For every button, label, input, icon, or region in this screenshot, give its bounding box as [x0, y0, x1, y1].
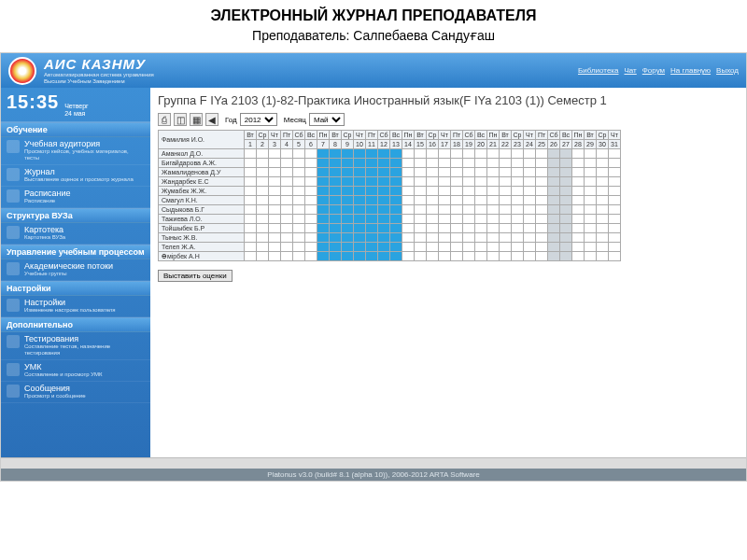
grade-cell[interactable]	[245, 215, 257, 224]
year-select[interactable]: 2012	[240, 113, 277, 126]
sidebar-item[interactable]: СообщенияПросмотр и сообщение	[1, 382, 150, 403]
header-link[interactable]: Форум	[642, 66, 665, 75]
grade-cell[interactable]	[597, 243, 609, 252]
grade-cell[interactable]	[354, 149, 366, 159]
grade-cell[interactable]	[269, 196, 281, 205]
grade-cell[interactable]	[415, 215, 427, 224]
grade-cell[interactable]	[390, 168, 402, 177]
grade-cell[interactable]	[487, 205, 500, 215]
grade-cell[interactable]	[402, 177, 415, 187]
grade-cell[interactable]	[427, 215, 439, 224]
grade-cell[interactable]	[439, 187, 451, 196]
grade-cell[interactable]	[572, 215, 585, 224]
grade-cell[interactable]	[330, 243, 342, 252]
grade-cell[interactable]	[475, 215, 487, 224]
grade-cell[interactable]	[597, 215, 609, 224]
grade-cell[interactable]	[245, 177, 257, 187]
grade-cell[interactable]	[451, 252, 463, 261]
grade-cell[interactable]	[305, 177, 317, 187]
grade-cell[interactable]	[500, 205, 512, 215]
grade-cell[interactable]	[500, 252, 512, 261]
sidebar-item[interactable]: НастройкиИзменение настроек пользователя	[1, 296, 150, 317]
grade-cell[interactable]	[257, 224, 269, 233]
grade-cell[interactable]	[269, 233, 281, 243]
grade-cell[interactable]	[269, 205, 281, 215]
grade-cell[interactable]	[439, 159, 451, 168]
grade-cell[interactable]	[439, 215, 451, 224]
grade-cell[interactable]	[585, 224, 597, 233]
grade-cell[interactable]	[597, 149, 609, 159]
grade-cell[interactable]	[463, 205, 475, 215]
grade-cell[interactable]	[305, 224, 317, 233]
grade-cell[interactable]	[524, 252, 536, 261]
sidebar-item[interactable]: РасписаниеРасписание	[1, 187, 150, 208]
grade-cell[interactable]	[354, 196, 366, 205]
grade-cell[interactable]	[330, 177, 342, 187]
grade-cell[interactable]	[390, 196, 402, 205]
grade-cell[interactable]	[451, 215, 463, 224]
grade-cell[interactable]	[245, 205, 257, 215]
grade-cell[interactable]	[245, 149, 257, 159]
grade-cell[interactable]	[463, 224, 475, 233]
grade-cell[interactable]	[342, 149, 354, 159]
grade-cell[interactable]	[245, 187, 257, 196]
grade-cell[interactable]	[609, 196, 621, 205]
grade-cell[interactable]	[427, 187, 439, 196]
grade-cell[interactable]	[451, 205, 463, 215]
grade-cell[interactable]	[512, 177, 524, 187]
grade-cell[interactable]	[524, 215, 536, 224]
grade-cell[interactable]	[560, 224, 572, 233]
print-icon[interactable]: ⎙	[158, 113, 171, 126]
grade-cell[interactable]	[536, 243, 548, 252]
grade-cell[interactable]	[463, 168, 475, 177]
grade-cell[interactable]	[451, 149, 463, 159]
grade-cell[interactable]	[524, 205, 536, 215]
grade-cell[interactable]	[597, 159, 609, 168]
grade-cell[interactable]	[366, 168, 378, 177]
grade-cell[interactable]	[378, 205, 390, 215]
grade-cell[interactable]	[524, 224, 536, 233]
grade-cell[interactable]	[402, 215, 415, 224]
grade-cell[interactable]	[524, 177, 536, 187]
grade-cell[interactable]	[281, 243, 293, 252]
grade-cell[interactable]	[330, 159, 342, 168]
grade-cell[interactable]	[317, 233, 330, 243]
grade-cell[interactable]	[415, 159, 427, 168]
grade-cell[interactable]	[366, 252, 378, 261]
grade-cell[interactable]	[512, 159, 524, 168]
grade-cell[interactable]	[597, 196, 609, 205]
grade-cell[interactable]	[548, 187, 560, 196]
grade-cell[interactable]	[330, 233, 342, 243]
grade-cell[interactable]	[415, 177, 427, 187]
grade-cell[interactable]	[281, 177, 293, 187]
grade-cell[interactable]	[512, 224, 524, 233]
grade-cell[interactable]	[609, 149, 621, 159]
grade-cell[interactable]	[463, 177, 475, 187]
grade-cell[interactable]	[427, 233, 439, 243]
grade-cell[interactable]	[487, 159, 500, 168]
grade-cell[interactable]	[548, 196, 560, 205]
sidebar-item[interactable]: ЖурналВыставление оценок и просмотр журн…	[1, 165, 150, 187]
grade-cell[interactable]	[427, 159, 439, 168]
sidebar-item[interactable]: КартотекаКартотека ВУЗа	[1, 223, 150, 245]
grade-cell[interactable]	[585, 168, 597, 177]
grade-cell[interactable]	[378, 224, 390, 233]
grade-cell[interactable]	[257, 149, 269, 159]
grade-cell[interactable]	[354, 224, 366, 233]
grade-cell[interactable]	[305, 149, 317, 159]
grade-cell[interactable]	[597, 233, 609, 243]
grade-cell[interactable]	[402, 149, 415, 159]
grade-cell[interactable]	[536, 168, 548, 177]
grade-cell[interactable]	[366, 196, 378, 205]
grade-cell[interactable]	[281, 159, 293, 168]
grade-cell[interactable]	[257, 252, 269, 261]
grade-cell[interactable]	[293, 159, 305, 168]
grade-cell[interactable]	[439, 196, 451, 205]
grade-cell[interactable]	[257, 233, 269, 243]
grade-cell[interactable]	[330, 168, 342, 177]
grade-cell[interactable]	[536, 187, 548, 196]
grade-cell[interactable]	[342, 168, 354, 177]
grade-cell[interactable]	[257, 168, 269, 177]
grade-cell[interactable]	[378, 215, 390, 224]
grade-cell[interactable]	[609, 205, 621, 215]
